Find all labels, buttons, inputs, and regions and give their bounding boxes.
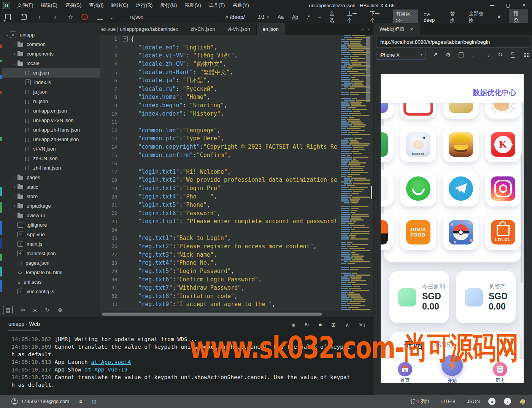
tab-en-json[interactable]: en.json — [257, 23, 285, 35]
code-area[interactable]: 1−{2 "locale.en": "English",3 "locale.vi… — [100, 35, 338, 311]
chevron-closed-icon[interactable]: › — [12, 213, 17, 217]
console-source-link[interactable]: at App.vue:19 — [84, 367, 128, 373]
unlock-icon[interactable] — [510, 52, 516, 58]
sidebar-item-store[interactable]: ›store — [2, 192, 100, 201]
minimap-thumb[interactable] — [366, 37, 370, 102]
refresh-icon[interactable]: ↻ — [45, 307, 50, 313]
chevron-open-icon[interactable]: ⌄ — [12, 61, 17, 65]
debug-panel-icon[interactable]: ж — [33, 307, 37, 313]
chevron-open-icon[interactable]: ⌄ — [5, 33, 10, 37]
app-genshin-tile[interactable]: ✦miHoYo — [400, 126, 436, 162]
menu-item-发[interactable]: 发行(U) — [156, 0, 181, 11]
app-whatsapp-tile[interactable] — [400, 170, 436, 206]
chevron-closed-icon[interactable]: › — [12, 194, 17, 198]
sidebar-item-template-h5-html[interactable]: <>template.h5.html — [2, 268, 100, 277]
console-source-link[interactable]: at App.vue:4 — [91, 359, 131, 365]
replace-button[interactable]: 替换 — [450, 10, 459, 24]
app-partial-4-tile[interactable] — [381, 214, 394, 250]
replace-zone-button[interactable]: 替换区>> — [393, 10, 418, 24]
sidebar-item-pages[interactable]: ›pages — [2, 173, 100, 182]
chevron-closed-icon[interactable]: › — [12, 175, 17, 179]
menu-item-选[interactable]: 选择(S) — [61, 0, 85, 11]
sidebar-item-App-vue[interactable]: VApp.vue — [2, 230, 100, 239]
refresh-icon[interactable]: ↻ — [497, 51, 503, 58]
sidebar-item-vue-config-js[interactable]: Jvue.config.js — [2, 287, 100, 296]
whole-word-toggle[interactable]: Ab — [292, 14, 298, 20]
chevron-closed-icon[interactable]: › — [12, 204, 17, 208]
sidebar-item-uniapp[interactable]: ⌄uuniapp — [2, 30, 100, 40]
tab-zh-CN-json[interactable]: zh-CN.json — [184, 23, 221, 35]
bookmark-button[interactable]: ☆ — [65, 14, 76, 21]
terminal-icon[interactable]: >_ — [458, 52, 464, 57]
console-tab[interactable]: uniapp - Web — [8, 321, 40, 330]
sidebar-item-uni-app-zh-Hans-json[interactable]: [ ]uni-app.zh-Hans.json — [2, 125, 100, 135]
case-toggle[interactable]: Aa — [278, 14, 284, 20]
search-panel-icon[interactable]: ∞ — [21, 307, 25, 313]
menu-item-运[interactable]: 运行(R) — [132, 0, 156, 11]
sidebar-item-uni-app-en-json[interactable]: [ ]uni-app.en.json — [2, 106, 100, 116]
files-panel-icon[interactable]: ▤ — [3, 306, 13, 314]
uni-circle-icon[interactable]: u — [488, 398, 495, 405]
app-telegram-tile[interactable] — [443, 170, 479, 206]
menu-item-帮[interactable]: 帮助(Y) — [229, 0, 253, 11]
sidebar-item-uni-app-zh-Hant-json[interactable]: [ ]uni-app.zh-Hant.json — [2, 135, 100, 144]
stat-card-total-assets[interactable]: 总资产SGD0.00 — [456, 271, 516, 323]
sidebar-item-zh-Hant-json[interactable]: [ ]zh-Hant.json — [2, 163, 100, 173]
sidebar-item-common[interactable]: ›common — [2, 40, 100, 49]
forward-button[interactable]: › — [50, 13, 61, 21]
app-pokemon-go-tile[interactable] — [443, 214, 479, 250]
chevron-closed-icon[interactable]: › — [12, 42, 17, 46]
next-button[interactable]: 下一个 — [370, 10, 384, 24]
sidebar-item-zh-CN-json[interactable]: [ ]zh-CN.json — [2, 154, 100, 163]
app-lolol-tile[interactable]: LOLOL — [485, 214, 521, 250]
sidebar-item-ja-json[interactable]: [ ]ja.json — [2, 87, 100, 97]
app-partial-3-tile[interactable] — [381, 170, 394, 206]
horizontal-scrollbar[interactable] — [100, 311, 373, 317]
new-file-button[interactable] — [2, 14, 14, 20]
sidebar-item-uni-scss[interactable]: Suni.scss — [2, 277, 100, 287]
terminal-icon[interactable]: ⊡ — [92, 398, 97, 405]
tab-scroll-right-icon[interactable]: › — [367, 27, 369, 32]
menu-item-跳[interactable]: 跳转(G) — [108, 0, 132, 11]
syntax-indicator[interactable]: JSON — [467, 398, 480, 404]
menu-item-工[interactable]: 工具(T) — [205, 0, 229, 11]
stat-card-today-profit[interactable]: 今日盈利SGD0.00 — [389, 271, 449, 323]
regex-toggle[interactable]: .* — [306, 14, 310, 20]
sidebar-item-manifest-json[interactable]: ⚙manifest.json — [2, 249, 100, 258]
run-button[interactable]: ▸ — [79, 14, 91, 20]
save-button[interactable] — [18, 14, 30, 20]
gear-icon[interactable]: ⚙ — [445, 51, 451, 58]
sidebar-item-unpackage[interactable]: ›unpackage — [2, 201, 100, 211]
user-icon[interactable] — [11, 398, 18, 405]
menu-item-文[interactable]: 文件(F) — [13, 0, 37, 11]
fold-icon[interactable]: − — [123, 37, 128, 41]
close-find-button[interactable]: ✕ — [497, 14, 501, 20]
sidebar-item-locale[interactable]: ⌄locale — [2, 59, 100, 68]
chevron-closed-icon[interactable]: › — [12, 185, 17, 189]
app-kinemaster-tile[interactable]: K — [485, 126, 521, 162]
sidebar-item-pages-json[interactable]: [ ]pages.json — [2, 258, 100, 268]
select-all-button[interactable]: 全选 — [329, 10, 339, 24]
tab-vi-VN-json[interactable]: vi-VN.json — [221, 23, 256, 35]
download-icon[interactable]: ↓ — [504, 398, 511, 405]
sidebar-item-uni-app-vi-VN-json[interactable]: [ ]uni-app.vi-VN.json — [2, 116, 100, 125]
sidebar-item-uview-ui[interactable]: ›uview-ui — [2, 211, 100, 220]
find-input[interactable]: /deep/ — [230, 14, 245, 20]
back-button[interactable]: ‹ — [34, 13, 45, 21]
back-icon[interactable]: ← — [471, 52, 477, 58]
sidebar-item--gitignore[interactable]: .gitignore — [2, 220, 100, 230]
find-scope-input[interactable]: __ .. n.json — [97, 13, 221, 21]
close-tab-icon[interactable]: ✕ — [410, 27, 414, 32]
encoding-indicator[interactable]: UTF-8 — [441, 398, 455, 404]
sidebar-item-vi-VN-json[interactable]: [ ]vi-VN.json — [2, 144, 100, 154]
sidebar-item-index-js[interactable]: Jindex.js — [2, 78, 100, 87]
forward-icon[interactable]: → — [484, 52, 491, 58]
account-email[interactable]: 1735031199@qq.com — [21, 398, 69, 404]
chevron-closed-icon[interactable]: › — [12, 52, 17, 56]
chevron-down-icon[interactable]: ∨ — [267, 15, 269, 19]
browser-tab[interactable]: Web浏览器 ✕ — [373, 23, 420, 35]
app-partial-2-tile[interactable] — [381, 126, 394, 162]
url-bar[interactable]: http://localhost:8080/#/pages/tabbar/beg… — [376, 37, 529, 48]
preview-scrollbar[interactable] — [521, 154, 522, 283]
preview-button[interactable]: 预览 — [509, 9, 528, 25]
